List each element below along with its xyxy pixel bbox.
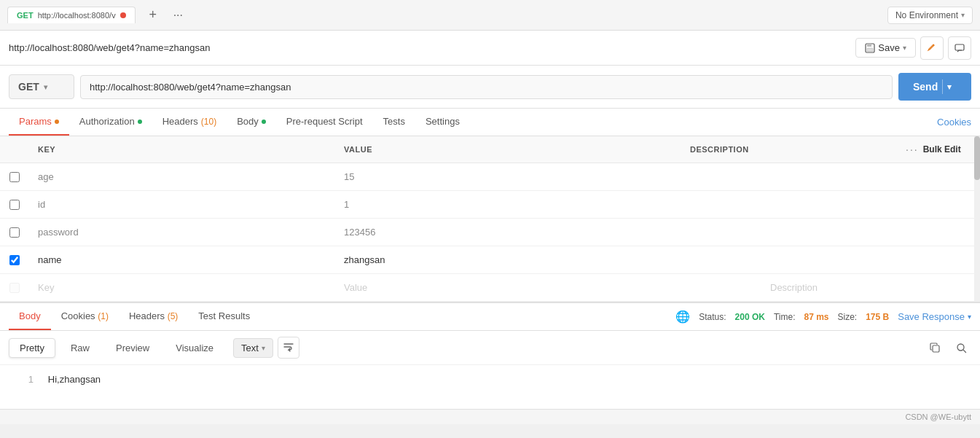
checkbox-age[interactable] (9, 172, 20, 182)
cookies-link[interactable]: Cookies (937, 109, 971, 135)
save-icon (865, 43, 875, 53)
new-param-row: Key Value Description (0, 274, 980, 302)
tab-auth-label: Authorization (79, 116, 135, 127)
row-desc-name (761, 254, 980, 266)
checkbox-id[interactable] (9, 200, 20, 210)
row-checkbox-name[interactable] (0, 255, 29, 265)
resp-cookies-label: Cookies (61, 310, 95, 321)
tab-url: http://localhost:8080/v (38, 11, 116, 20)
resp-tab-cookies[interactable]: Cookies (1) (51, 303, 119, 330)
footer: CSDN @WE-ubytt (0, 409, 980, 424)
response-content: 1 Hi,zhangsan (0, 365, 980, 409)
resp-body-label: Body (19, 310, 41, 321)
tab-params[interactable]: Params (9, 109, 69, 136)
tab-params-label: Params (19, 116, 52, 127)
tab-body-label: Body (237, 116, 259, 127)
environment-selector[interactable]: No Environment ▾ (887, 7, 973, 24)
checkbox-password[interactable] (9, 227, 20, 238)
row-desc-password (761, 227, 980, 238)
resp-headers-label: Headers (129, 310, 165, 321)
wrap-button[interactable] (278, 337, 299, 359)
right-actions (925, 337, 971, 358)
row-key-age: age (29, 165, 335, 188)
footer-text: CSDN @WE-ubytt (905, 412, 971, 421)
params-table-header: KEY VALUE DESCRIPTION ··· Bulk Edit (0, 136, 980, 163)
resp-tab-body[interactable]: Body (9, 303, 51, 330)
new-row-checkbox[interactable] (0, 283, 29, 293)
request-area: GET ▾ Send ▾ (0, 66, 980, 109)
line-number-1: 1 (12, 374, 34, 385)
globe-icon[interactable]: 🌐 (675, 310, 690, 324)
format-label: Text (241, 343, 259, 353)
status-label: Status: (699, 312, 726, 322)
save-chevron: ▾ (903, 44, 906, 52)
key-col-header: KEY (29, 141, 335, 158)
checkbox-name[interactable] (9, 255, 20, 265)
send-divider (942, 79, 943, 94)
svg-rect-2 (867, 48, 873, 52)
auth-dot (138, 120, 142, 124)
size-label: Size: (838, 312, 858, 322)
more-tabs-button[interactable]: ··· (170, 6, 186, 25)
preview-button[interactable]: Preview (105, 338, 160, 358)
copy-button[interactable] (925, 337, 945, 358)
comment-icon (954, 43, 965, 53)
search-button[interactable] (951, 337, 971, 358)
svg-rect-4 (933, 345, 939, 352)
row-value-id: 1 (335, 193, 761, 216)
url-input[interactable] (80, 75, 893, 99)
tab-headers[interactable]: Headers (10) (152, 109, 227, 136)
bulk-edit-more-icon[interactable]: ··· (906, 144, 919, 155)
send-chevron-icon: ▾ (947, 82, 952, 92)
resp-tab-headers[interactable]: Headers (5) (119, 303, 188, 330)
tab-prerequest[interactable]: Pre-request Script (276, 109, 373, 136)
cookies-label: Cookies (937, 117, 971, 128)
comment-button[interactable] (948, 36, 971, 60)
save-response-button[interactable]: Save Response ▾ (898, 311, 971, 322)
tab-authorization[interactable]: Authorization (69, 109, 152, 136)
raw-button[interactable]: Raw (60, 338, 101, 358)
tab-prerequest-label: Pre-request Script (286, 116, 363, 127)
send-button[interactable]: Send ▾ (898, 73, 971, 101)
copy-icon (930, 343, 941, 353)
browser-tab-bar: GET http://localhost:8080/v + ··· No Env… (0, 0, 980, 31)
tab-body[interactable]: Body (227, 109, 276, 136)
response-toolbar: Pretty Raw Preview Visualize Text ▾ (0, 331, 980, 365)
table-row: name zhangsan (0, 246, 980, 274)
edit-icon (927, 43, 937, 53)
tab-settings-label: Settings (426, 116, 460, 127)
table-row: age 15 (0, 163, 980, 191)
row-checkbox-password[interactable] (0, 227, 29, 238)
tab-close-dot[interactable] (120, 12, 126, 18)
active-tab[interactable]: GET http://localhost:8080/v (7, 7, 136, 23)
scrollbar-track[interactable] (974, 136, 980, 302)
response-meta: 🌐 Status: 200 OK Time: 87 ms Size: 175 B… (675, 310, 971, 324)
format-selector[interactable]: Text ▾ (233, 338, 273, 358)
new-desc-placeholder[interactable]: Description (761, 276, 980, 299)
new-tab-button[interactable]: + (143, 5, 163, 26)
visualize-button[interactable]: Visualize (165, 338, 224, 358)
edit-button[interactable] (920, 36, 944, 60)
row-value-age: 15 (335, 165, 761, 188)
body-dot (262, 120, 266, 124)
new-value-placeholder[interactable]: Value (335, 276, 761, 299)
new-key-placeholder[interactable]: Key (29, 276, 335, 299)
format-chevron-icon: ▾ (262, 344, 265, 352)
svg-rect-1 (867, 44, 871, 47)
row-checkbox-id[interactable] (0, 200, 29, 210)
scrollbar-thumb[interactable] (974, 136, 980, 180)
row-checkbox-age[interactable] (0, 172, 29, 182)
resp-tab-test-results[interactable]: Test Results (188, 303, 260, 330)
method-selector[interactable]: GET ▾ (9, 74, 74, 99)
tab-tests-label: Tests (383, 116, 405, 127)
new-checkbox (9, 283, 20, 293)
tab-headers-label: Headers (162, 116, 198, 127)
headers-count: (10) (201, 117, 216, 127)
toolbar-buttons: Save ▾ (855, 36, 971, 60)
status-value: 200 OK (735, 312, 765, 322)
tab-tests[interactable]: Tests (373, 109, 415, 136)
tab-settings[interactable]: Settings (415, 109, 470, 136)
pretty-button[interactable]: Pretty (9, 338, 55, 358)
bulk-edit-button[interactable]: Bulk Edit (923, 144, 961, 155)
save-button[interactable]: Save ▾ (855, 38, 916, 58)
